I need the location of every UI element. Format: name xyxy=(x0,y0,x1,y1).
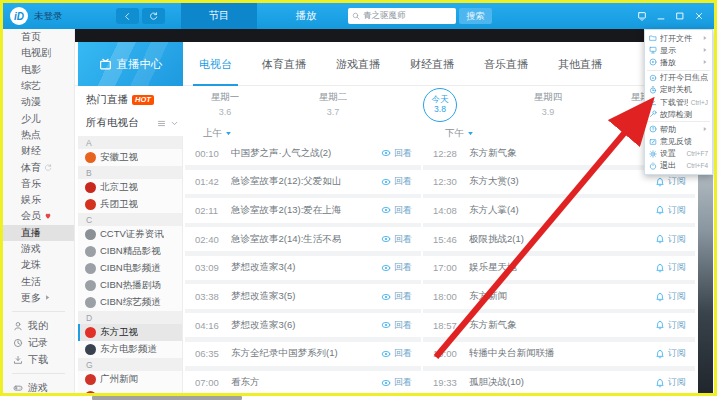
channel-item[interactable]: 广州新闻 xyxy=(78,371,182,388)
sidebar-item-7[interactable]: 财经 xyxy=(3,143,74,159)
minimize-button[interactable] xyxy=(653,8,668,24)
date-cell-1[interactable]: 星期二 3.7 xyxy=(303,91,363,117)
playback-button[interactable]: 回看 xyxy=(381,347,412,360)
date-day-label: 星期二 xyxy=(303,91,363,104)
subscribe-button[interactable]: 订阅 xyxy=(655,376,686,389)
sidebar-item-2[interactable]: 电影 xyxy=(3,62,74,78)
sidebar-item-13[interactable]: 游戏 xyxy=(3,241,74,257)
sidebar-游戏-item[interactable]: 游戏 xyxy=(3,379,74,393)
program-time: 18:00 xyxy=(433,291,469,302)
playback-button[interactable]: 回看 xyxy=(381,319,412,332)
subscribe-button[interactable]: 订阅 xyxy=(655,175,686,188)
sidebar-item-12[interactable]: 直播 xyxy=(3,225,74,241)
list-icon[interactable] xyxy=(157,119,166,128)
chevron-down-icon xyxy=(225,130,232,137)
menu-item-1[interactable]: 显示 xyxy=(645,44,712,56)
subscribe-button[interactable]: 订阅 xyxy=(655,347,686,360)
nav-tab-programs[interactable]: 节目 xyxy=(181,3,257,29)
menu-item-6[interactable]: 故障检测 xyxy=(645,108,712,120)
channel-item[interactable] xyxy=(78,388,182,393)
subscribe-button[interactable]: 订阅 xyxy=(655,261,686,274)
sidebar-item-3[interactable]: 综艺 xyxy=(3,78,74,94)
maximize-button[interactable] xyxy=(672,8,687,24)
live-tab-4[interactable]: 音乐直播 xyxy=(482,42,530,86)
sidebar-item-0[interactable]: 首页 xyxy=(3,29,74,45)
sidebar-item-1[interactable]: 电视剧 xyxy=(3,45,74,61)
sidebar-item-5[interactable]: 少儿 xyxy=(3,110,74,126)
subscribe-button[interactable]: 订阅 xyxy=(655,204,686,217)
afternoon-filter[interactable]: 下午 xyxy=(445,127,474,140)
sidebar-我的-item[interactable]: 我的 xyxy=(3,317,74,334)
menu-item-8[interactable]: 意见反馈 xyxy=(645,136,712,148)
channel-item[interactable]: CIBN电影频道 xyxy=(78,260,182,277)
live-tab-1[interactable]: 体育直播 xyxy=(260,42,308,86)
refresh-button[interactable] xyxy=(142,8,165,24)
login-status[interactable]: 未登录 xyxy=(34,10,63,23)
subscribe-button[interactable]: 订阅 xyxy=(655,233,686,246)
date-num-label: 3.7 xyxy=(303,107,363,117)
menu-item-10[interactable]: 退出Ctrl+F4 xyxy=(645,160,712,172)
sidebar-item-6[interactable]: 热点 xyxy=(3,127,74,143)
sidebar-item-label: 电影 xyxy=(21,63,41,77)
playback-button[interactable]: 回看 xyxy=(381,290,412,303)
sidebar-item-14[interactable]: 龙珠 xyxy=(3,257,74,273)
menu-item-label: 下载管理 xyxy=(660,97,688,108)
sidebar-item-11[interactable]: 会员 xyxy=(3,208,74,224)
sidebar-item-4[interactable]: 动漫 xyxy=(3,94,74,110)
exit-icon xyxy=(649,162,657,170)
menu-item-7[interactable]: 帮助 xyxy=(645,123,712,135)
nav-tab-play[interactable]: 播放 xyxy=(275,3,337,29)
playback-button[interactable]: 回看 xyxy=(381,147,412,160)
playback-button[interactable]: 回看 xyxy=(381,376,412,389)
live-tab-0[interactable]: 电视台 xyxy=(197,42,234,86)
back-button[interactable] xyxy=(116,8,139,24)
schedule-row: 00:10 中国梦之声·人气之战(2) 回看 xyxy=(185,141,421,165)
sidebar-item-8[interactable]: 体育 xyxy=(3,159,74,175)
channel-item[interactable]: 东方电影频道 xyxy=(78,341,182,358)
close-button[interactable] xyxy=(691,8,706,24)
menu-item-3[interactable]: 打开今日焦点 xyxy=(645,72,712,84)
subscribe-button[interactable]: 订阅 xyxy=(655,290,686,303)
chevron-down-icon[interactable] xyxy=(170,119,179,128)
all-channels-row[interactable]: 所有电视台 xyxy=(78,113,183,133)
menu-item-label: 设置 xyxy=(660,148,684,159)
channel-item[interactable]: CIBN精品影视 xyxy=(78,243,182,260)
date-cell-3[interactable]: 星期四 3.9 xyxy=(518,91,578,117)
sidebar-记录-item[interactable]: 记录 xyxy=(3,334,74,351)
sidebar-item-10[interactable]: 娱乐 xyxy=(3,192,74,208)
search-button[interactable]: 搜索 xyxy=(459,8,492,24)
menu-item-0[interactable]: 打开文件 xyxy=(645,32,712,44)
playback-button[interactable]: 回看 xyxy=(381,233,412,246)
channel-item[interactable]: CIBN热播剧场 xyxy=(78,277,182,294)
bell-icon xyxy=(655,234,665,244)
sidebar-item-9[interactable]: 音乐 xyxy=(3,176,74,192)
channel-item[interactable]: 兵团卫视 xyxy=(78,196,182,213)
morning-filter[interactable]: 上午 xyxy=(203,127,232,140)
channel-item[interactable]: 北京卫视 xyxy=(78,179,182,196)
search-input[interactable]: 青之驱魔师 xyxy=(348,8,456,24)
menu-item-2[interactable]: 播放 xyxy=(645,56,712,68)
app-menu-button[interactable] xyxy=(634,8,649,24)
date-cell-0[interactable]: 星期一 3.6 xyxy=(195,91,255,117)
eye-icon xyxy=(381,263,391,273)
hot-live-row[interactable]: 热门直播 HOT xyxy=(78,89,183,111)
sidebar-item-16[interactable]: 更多 xyxy=(3,290,74,306)
channel-item[interactable]: CIBN综艺频道 xyxy=(78,294,182,311)
channel-item[interactable]: 安徽卫视 xyxy=(78,149,182,166)
menu-item-5[interactable]: 下载管理Ctrl+J xyxy=(645,96,712,108)
menu-item-9[interactable]: 设置Ctrl+F7 xyxy=(645,148,712,160)
subscribe-button[interactable]: 订阅 xyxy=(655,319,686,332)
live-tab-2[interactable]: 游戏直播 xyxy=(334,42,382,86)
channel-item[interactable]: 东方卫视 xyxy=(78,324,182,341)
channel-item[interactable]: CCTV证券资讯 xyxy=(78,226,182,243)
sidebar-下载-item[interactable]: 下载 xyxy=(3,351,74,368)
live-tab-5[interactable]: 其他直播 xyxy=(556,42,604,86)
playback-button[interactable]: 回看 xyxy=(381,261,412,274)
playback-button[interactable]: 回看 xyxy=(381,204,412,217)
playback-button[interactable]: 回看 xyxy=(381,175,412,188)
date-today[interactable]: 今天 3.8 xyxy=(423,88,457,122)
program-title: 转播中央台新闻联播 xyxy=(469,347,655,360)
menu-item-4[interactable]: 定时关机 xyxy=(645,84,712,96)
sidebar-item-15[interactable]: 生活 xyxy=(3,273,74,289)
live-tab-3[interactable]: 财经直播 xyxy=(408,42,456,86)
